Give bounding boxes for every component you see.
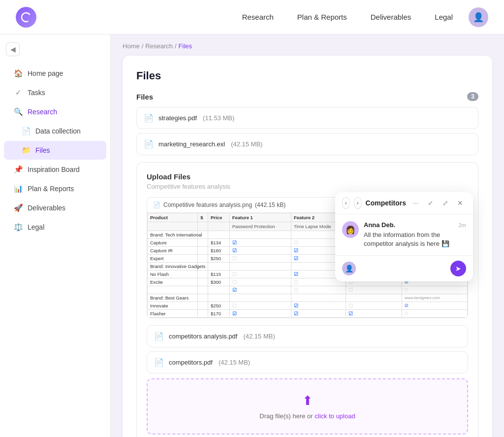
chat-send-button[interactable]: ➤ — [450, 261, 466, 276]
file-name: marketing_research.exl — [158, 140, 225, 148]
research-icon: 🔍 — [14, 107, 23, 116]
files-header: Files 3 — [136, 92, 478, 101]
file-name: competitors analysis.pdf — [169, 333, 237, 340]
chat-expand-button[interactable]: ⤢ — [440, 197, 451, 209]
sidebar-label-inspiration: Inspiration Board — [28, 166, 80, 173]
chat-reply-avatar: 👤 — [342, 262, 356, 275]
chat-check-button[interactable]: ✓ — [425, 197, 437, 209]
logo[interactable] — [16, 7, 36, 28]
spreadsheet-cell — [198, 255, 208, 263]
sidebar-item-deliverables[interactable]: 🚀 Deliverables — [4, 199, 106, 217]
nav-plan-reports[interactable]: Plan & Reports — [297, 13, 347, 21]
drop-zone[interactable]: ⬆ Drag file(s) here or click to upload — [147, 378, 468, 435]
sidebar-item-home[interactable]: 🏠 Home page — [4, 64, 106, 83]
file-row[interactable]: 📄 marketing_research.exl (42.15 MB) — [136, 133, 478, 155]
preview-file-icon: 📄 — [153, 202, 160, 208]
chat-message-text: All the information from the competitor … — [364, 231, 466, 248]
spreadsheet-cell — [208, 231, 229, 239]
file-excel-icon: 📄 — [144, 139, 154, 149]
main-content: Home / Research / Files Files Files 3 📄 … — [111, 34, 504, 437]
chat-timestamp: 2m — [459, 222, 466, 228]
nav-research[interactable]: Research — [242, 13, 274, 21]
chat-actions: ··· ✓ ⤢ ✕ — [410, 197, 466, 209]
sidebar-label-legal: Legal — [28, 223, 44, 231]
sidebar-label-tasks: Tasks — [28, 89, 45, 97]
nav-deliverables[interactable]: Deliverables — [371, 13, 411, 21]
chat-next-button[interactable]: › — [354, 197, 362, 209]
sidebar-collapse-button[interactable]: ◀ — [6, 42, 20, 56]
spreadsheet-cell: ☐ — [402, 286, 468, 294]
file-pdf-icon: 📄 — [154, 332, 164, 341]
chat-close-button[interactable]: ✕ — [454, 197, 466, 209]
file-size: (42.15 MB) — [231, 140, 262, 148]
sidebar-item-plan-reports[interactable]: 📊 Plan & Reports — [4, 179, 106, 198]
spreadsheet-cell — [148, 286, 198, 294]
page-title: Files — [136, 69, 478, 82]
preview-filename: Competitive features analysis.png — [163, 202, 252, 208]
chat-author-avatar: 👩 — [342, 221, 359, 238]
spreadsheet-cell — [198, 247, 208, 255]
file-size: (11.53 MB) — [203, 114, 234, 122]
avatar[interactable]: 👤 — [469, 7, 488, 27]
spreadsheet-cell: $170 — [208, 310, 229, 318]
drop-zone-label: Drag file(s) here or — [259, 412, 315, 420]
sidebar-item-research[interactable]: 🔍 Research — [4, 102, 106, 121]
col-f1: Feature 1 — [229, 213, 291, 222]
spreadsheet-cell — [229, 263, 291, 270]
spreadsheet-cell: Brand: Best Gears — [148, 294, 198, 302]
col-product: Product — [148, 213, 198, 222]
home-icon: 🏠 — [14, 69, 23, 78]
sidebar-item-legal[interactable]: ⚖️ Legal — [4, 218, 106, 236]
spreadsheet-cell: ☐ — [346, 286, 402, 294]
chat-body: 👩 Anna Deb. 2m All the information from … — [335, 214, 473, 255]
spreadsheet-cell: ☑ — [229, 247, 291, 255]
spreadsheet-cell — [346, 294, 402, 302]
sidebar-item-tasks[interactable]: ✓ Tasks — [4, 83, 106, 102]
sidebar-label-data-collection: Data collection — [35, 127, 81, 135]
spreadsheet-cell: ☑ — [291, 310, 346, 318]
breadcrumb-home[interactable]: Home — [123, 42, 140, 50]
breadcrumb: Home / Research / Files — [123, 34, 492, 56]
spreadsheet-cell — [291, 294, 346, 302]
chat-prev-button[interactable]: ‹ — [342, 197, 350, 209]
spreadsheet-cell: $300 — [208, 278, 229, 286]
preview-filesize: (442.15 kB) — [255, 202, 285, 208]
spreadsheet-cell: ☐ — [229, 278, 291, 286]
chat-message: 👩 Anna Deb. 2m All the information from … — [342, 221, 466, 248]
chat-content: Anna Deb. 2m All the information from th… — [364, 221, 466, 248]
spreadsheet-cell: ☐ — [229, 270, 291, 278]
sidebar-item-data-collection[interactable]: 📄 Data collection — [4, 122, 106, 140]
spreadsheet-cell — [198, 302, 208, 310]
data-collection-icon: 📄 — [22, 127, 31, 135]
spreadsheet-cell: $115 — [208, 270, 229, 278]
spreadsheet-cell: Excite — [148, 278, 198, 286]
chat-more-button[interactable]: ··· — [410, 197, 422, 209]
breadcrumb-research[interactable]: Research — [145, 42, 173, 50]
sidebar-item-files[interactable]: 📁 Files — [4, 141, 106, 160]
files-icon: 📁 — [22, 146, 31, 155]
spreadsheet-cell — [198, 294, 208, 302]
chat-title: Competitors — [366, 199, 406, 207]
file-size: (42.15 MB) — [219, 359, 250, 366]
spreadsheet-cell: ☐ — [402, 310, 468, 318]
files-count-badge: 3 — [467, 92, 478, 101]
nav-legal[interactable]: Legal — [435, 13, 453, 21]
file-row[interactable]: 📄 competitors analysis.pdf (42.15 MB) — [147, 325, 468, 347]
spreadsheet-cell: ☐ — [229, 302, 291, 310]
plan-reports-icon: 📊 — [14, 184, 23, 193]
file-name: competitors.pdf — [169, 359, 213, 366]
main-layout: ◀ 🏠 Home page ✓ Tasks 🔍 Research 📄 Data … — [0, 34, 504, 437]
spreadsheet-cell: Capture — [148, 239, 198, 247]
spreadsheet-cell — [208, 286, 229, 294]
sidebar-label-files: Files — [35, 146, 50, 154]
file-row[interactable]: 📄 strategies.pdf (11.53 MB) — [136, 107, 478, 129]
legal-icon: ⚖️ — [14, 223, 23, 232]
spreadsheet-cell: Flasher — [148, 310, 198, 318]
col-price: Price — [208, 213, 229, 222]
col-dollar: $ — [198, 213, 208, 222]
spreadsheet-cell: Brand: Innovative Gadgets — [148, 263, 198, 270]
sidebar-item-inspiration-board[interactable]: 📌 Inspiration Board — [4, 160, 106, 179]
sidebar-label-research: Research — [28, 108, 57, 116]
file-row[interactable]: 📄 competitors.pdf (42.15 MB) — [147, 351, 468, 373]
drop-zone-click-link[interactable]: click to upload — [315, 412, 355, 420]
